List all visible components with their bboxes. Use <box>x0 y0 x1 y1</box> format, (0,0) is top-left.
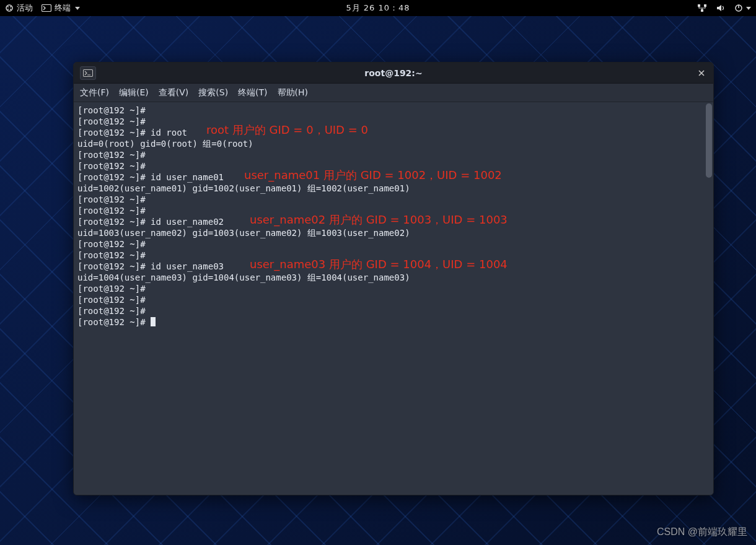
network-icon[interactable] <box>697 4 707 12</box>
menu-view[interactable]: 查看(V) <box>159 87 189 98</box>
svg-rect-11 <box>84 69 93 76</box>
power-icon[interactable] <box>734 4 751 12</box>
chevron-down-icon <box>75 7 80 10</box>
terminal-window: root@192:~ 文件(F) 编辑(E) 查看(V) 搜索(S) 终端(T)… <box>73 62 714 495</box>
menu-help[interactable]: 帮助(H) <box>278 87 308 98</box>
svg-point-0 <box>6 5 12 11</box>
terminal-icon <box>83 69 93 77</box>
active-app-indicator[interactable]: 终端 <box>42 2 80 14</box>
close-icon <box>698 70 705 76</box>
svg-point-1 <box>7 6 9 7</box>
chevron-down-icon <box>746 7 751 10</box>
scrollbar-thumb[interactable] <box>706 103 712 178</box>
annotation-root: root 用户的 GID = 0，UID = 0 <box>206 123 368 137</box>
menu-search[interactable]: 搜索(S) <box>198 87 228 98</box>
terminal-titlebar[interactable]: root@192:~ <box>74 63 713 84</box>
annotation-user01: user_name01 用户的 GID = 1002，UID = 1002 <box>244 168 502 183</box>
clock-label: 5月 26 10：48 <box>346 3 410 12</box>
new-tab-button[interactable] <box>80 66 96 80</box>
activities-label: 活动 <box>17 2 33 14</box>
watermark: CSDN @前端玖耀里 <box>657 526 747 539</box>
cursor <box>151 317 156 326</box>
terminal-menubar: 文件(F) 编辑(E) 查看(V) 搜索(S) 终端(T) 帮助(H) <box>74 84 713 102</box>
annotation-user03: user_name03 用户的 GID = 1004，UID = 1004 <box>250 257 508 272</box>
active-app-label: 终端 <box>55 2 71 14</box>
gnome-topbar: 活动 终端 5月 26 10：48 <box>0 0 756 16</box>
svg-point-4 <box>10 9 11 10</box>
close-button[interactable] <box>695 66 708 80</box>
terminal-app-icon <box>42 4 51 12</box>
svg-rect-8 <box>701 9 703 12</box>
clock[interactable]: 5月 26 10：48 <box>346 2 410 14</box>
svg-point-3 <box>7 9 9 10</box>
terminal-scrollbar[interactable] <box>706 103 712 494</box>
menu-edit[interactable]: 编辑(E) <box>119 87 149 98</box>
terminal-body[interactable]: [root@192 ~]# [root@192 ~]# [root@192 ~]… <box>74 102 713 495</box>
volume-icon[interactable] <box>716 4 726 12</box>
menu-file[interactable]: 文件(F) <box>80 87 109 98</box>
svg-rect-6 <box>698 4 700 7</box>
svg-point-2 <box>10 6 11 7</box>
svg-rect-5 <box>42 5 51 12</box>
activities-icon <box>5 4 14 12</box>
svg-rect-7 <box>704 4 706 7</box>
window-title: root@192:~ <box>364 68 422 78</box>
annotation-user02: user_name02 用户的 GID = 1003，UID = 1003 <box>250 212 508 227</box>
menu-terminal[interactable]: 终端(T) <box>238 87 267 98</box>
activities-button[interactable]: 活动 <box>5 2 33 14</box>
